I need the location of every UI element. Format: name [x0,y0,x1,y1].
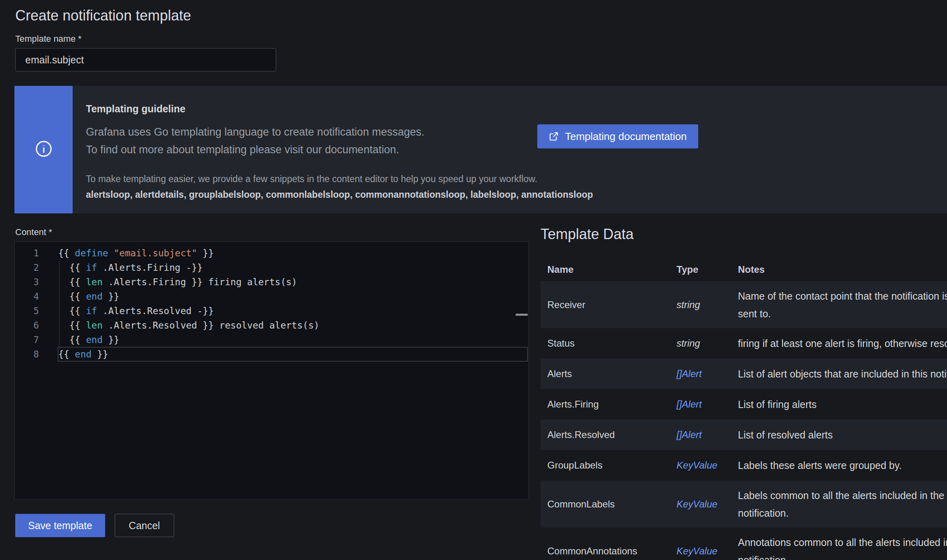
type-text: string [677,299,700,310]
line-number: 7 [15,333,39,347]
type-link[interactable]: []Alert [677,399,702,410]
code-text: {{ len .Alerts.Resolved }} resolved aler… [39,318,319,333]
column-header-type: Type [670,264,731,275]
templating-documentation-button[interactable]: Templating documentation [537,124,698,148]
line-number: 8 [15,347,39,361]
code-line: 4 {{ end }} [15,289,528,304]
column-header-name: Name [541,264,670,275]
info-icon [35,140,53,160]
cell-type: KeyValue [670,460,731,471]
banner-text-line2: To find out more about templating please… [86,144,399,156]
banner-accent-strip [14,86,73,213]
page-title: Create notification template [15,7,191,24]
cell-type: KeyValue [670,499,731,510]
note-line: notification. [738,504,947,522]
indent-guide [59,260,59,347]
note-line: List of resolved alerts [738,426,947,444]
template-name-label: Template name * [15,34,81,44]
save-template-button[interactable]: Save template [15,514,105,537]
cell-notes: Labels common to all the alerts included… [731,487,947,522]
banner-content: Templating guideline Grafana uses Go tem… [73,86,947,213]
cell-type: KeyValue [670,546,731,557]
cell-notes: List of alert objects that are included … [731,365,947,383]
current-line-highlight [58,347,528,361]
type-text: string [677,338,700,349]
note-line: List of firing alerts [738,396,947,413]
code-text: {{ if .Alerts.Resolved -}} [39,304,214,318]
note-line: notification. [738,551,947,560]
note-line: Labels these alerts were grouped by. [738,457,947,474]
cell-type: string [670,299,731,310]
code-line: 3 {{ len .Alerts.Firing }} firing alerts… [15,275,528,289]
note-line: Labels common to all the alerts included… [738,487,947,504]
code-text: {{ if .Alerts.Firing -}} [39,260,203,275]
cell-type: []Alert [670,368,731,379]
type-link[interactable]: KeyValue [677,546,717,556]
template-data-heading: Template Data [541,225,947,243]
code-text: {{ len .Alerts.Firing }} firing alerts(s… [39,275,297,289]
code-lines: 1{{ define "email.subject" }}2 {{ if .Al… [15,246,528,361]
cell-name: CommonLabels [541,499,670,510]
type-link[interactable]: []Alert [677,429,702,440]
banner-snippets-intro: To make templating easier, we provide a … [86,174,537,185]
table-row: ReceiverstringName of the contact point … [541,281,947,328]
cancel-button[interactable]: Cancel [115,514,174,537]
cell-name: Alerts [541,368,670,379]
table-row: GroupLabelsKeyValueLabels these alerts w… [541,450,947,481]
code-text: {{ end }} [39,289,119,304]
table-row: Alerts.Resolved[]AlertList of resolved a… [541,420,947,450]
cell-type: string [670,338,731,349]
content-label: Content * [15,227,52,237]
type-link[interactable]: KeyValue [677,460,717,471]
cell-notes: List of resolved alerts [731,426,947,444]
template-name-input[interactable] [15,48,276,71]
table-row: Alerts[]AlertList of alert objects that … [541,359,947,389]
table-row: CommonAnnotationsKeyValueAnnotations com… [541,528,947,560]
column-header-notes: Notes [731,264,947,275]
editor-scrollbar[interactable] [516,314,528,316]
table-row: Alerts.Firing[]AlertList of firing alert… [541,389,947,420]
code-line: 2 {{ if .Alerts.Firing -}} [15,260,528,275]
cell-notes: Labels these alerts were grouped by. [731,457,947,474]
external-link-icon [549,131,559,142]
banner-title: Templating guideline [86,103,185,115]
code-text: {{ define "email.subject" }} [39,246,214,260]
banner-text-line1: Grafana uses Go templating language to c… [86,126,425,138]
table-row: CommonLabelsKeyValueLabels common to all… [541,481,947,528]
note-line: sent to. [738,305,947,323]
note-line: Annotations common to all the alerts inc… [738,534,947,551]
cell-notes: Name of the contact point that the notif… [731,287,947,323]
code-line: 6 {{ len .Alerts.Resolved }} resolved al… [15,318,528,333]
templating-documentation-button-label: Templating documentation [565,130,687,143]
note-line: firing if at least one alert is firing, … [738,335,947,352]
cell-type: []Alert [670,429,731,440]
note-line: List of alert objects that are included … [738,365,947,383]
template-data-header-row: Name Type Notes [541,258,947,281]
type-link[interactable]: KeyValue [677,499,717,509]
cell-name: GroupLabels [541,460,670,471]
cell-name: Alerts.Firing [541,399,670,410]
cell-notes: Annotations common to all the alerts inc… [731,534,947,560]
line-number: 6 [15,318,39,333]
form-actions: Save template Cancel [15,514,174,537]
code-line: 5 {{ if .Alerts.Resolved -}} [15,304,528,318]
template-data-rows: ReceiverstringName of the contact point … [541,281,947,560]
line-number: 3 [15,275,39,289]
line-number: 2 [15,260,39,275]
cell-name: Receiver [541,299,670,310]
cell-notes: firing if at least one alert is firing, … [731,335,947,352]
note-line: Name of the contact point that the notif… [738,287,947,305]
cell-name: Status [541,338,670,349]
templating-guideline-banner: Templating guideline Grafana uses Go tem… [14,86,947,213]
cell-name: CommonAnnotations [541,546,670,557]
table-row: Statusstringfiring if at least one alert… [541,328,947,359]
code-line: 7 {{ end }} [15,333,528,347]
cell-name: Alerts.Resolved [541,429,670,440]
cell-notes: List of firing alerts [731,396,947,413]
code-line: 1{{ define "email.subject" }} [15,246,528,260]
create-notification-template-page: Create notification template Template na… [0,0,947,560]
type-link[interactable]: []Alert [677,368,702,379]
template-data-panel: Template Data Name Type Notes Receiverst… [541,225,947,560]
cell-type: []Alert [670,399,731,410]
content-code-editor[interactable]: 1{{ define "email.subject" }}2 {{ if .Al… [14,241,529,500]
